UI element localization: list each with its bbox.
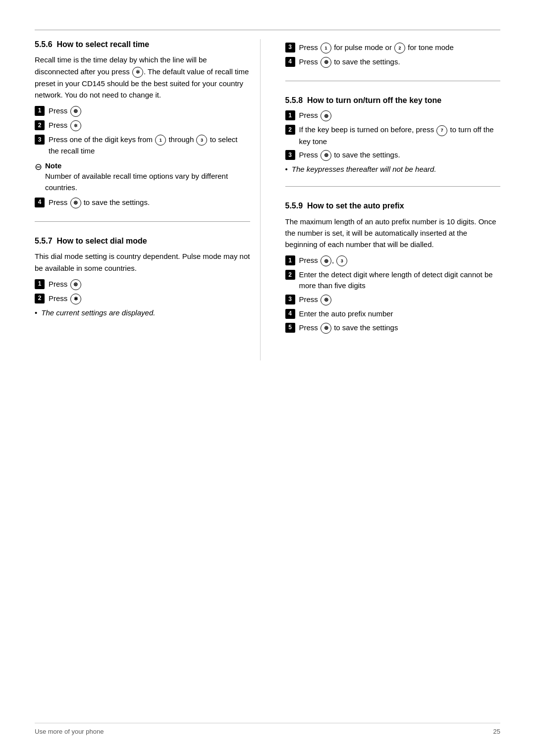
gear-key: ⊛ — [70, 106, 81, 117]
section-559-steps: 1 Press ⊛, 3 2 Enter the detect digit wh… — [285, 255, 501, 333]
gear-key-559-3: ⊛ — [321, 295, 331, 305]
note-label: Note — [45, 161, 61, 170]
step-558-1: 1 Press ⊛ — [285, 110, 501, 121]
section-558pre-steps: 3 Press 1 for pulse mode or 2 for tone m… — [285, 42, 501, 68]
step-text-559-3: Press ⊛ — [299, 294, 501, 305]
star-key-557: ✱ — [70, 294, 81, 304]
step-556-4: 4 Press ⊛ to save the settings. — [35, 197, 250, 208]
step-text-558-2: If the key beep is turned on before, pre… — [299, 124, 501, 147]
key-7-558: 7 — [436, 125, 447, 136]
section-556-step4: 4 Press ⊛ to save the settings. — [35, 197, 250, 208]
footer-left: Use more of your phone — [35, 727, 104, 736]
step-num-559-5: 5 — [285, 323, 295, 333]
step-559-5: 5 Press ⊛ to save the settings — [285, 322, 501, 334]
recall-key: ✲ — [132, 67, 143, 78]
key-3-559: 3 — [336, 255, 347, 266]
step-text-559-1: Press ⊛, 3 — [299, 255, 501, 266]
note-556: ⊖ Note Number of available recall time o… — [35, 160, 250, 193]
step-text-557-2: Press ✱ — [49, 293, 250, 304]
step-text-558pre-3: Press 1 for pulse mode or 2 for tone mod… — [299, 42, 501, 53]
section-557-title: 5.5.7 How to select dial mode — [35, 236, 250, 247]
step-text-557-1: Press ⊛ — [49, 279, 250, 290]
step-text-559-5: Press ⊛ to save the settings — [299, 322, 501, 334]
key-2-tone: 2 — [394, 43, 405, 53]
key-1: 1 — [155, 135, 166, 146]
col-left: 5.5.6 How to select recall time Recall t… — [35, 39, 261, 360]
section-556-heading: How to select recall time — [56, 40, 149, 49]
bullet-557: • The current settings are displayed. — [35, 307, 250, 318]
section-558: 5.5.8 How to turn on/turn off the key to… — [285, 95, 501, 187]
note-content-556: Note Number of available recall time opt… — [45, 160, 250, 193]
step-text-558-3: Press ⊛ to save the settings. — [299, 150, 501, 161]
section-558-number: 5.5.8 — [285, 96, 303, 104]
save-key-556: ⊛ — [70, 198, 81, 208]
step-num-559-4: 4 — [285, 309, 295, 319]
step-text-3: Press one of the digit keys from 1 throu… — [49, 134, 250, 156]
step-num-3: 3 — [35, 135, 45, 145]
section-559-title: 5.5.9 How to set the auto prefix — [285, 201, 501, 211]
section-556-title: 5.5.6 How to select recall time — [35, 39, 250, 50]
step-557-1: 1 Press ⊛ — [35, 279, 250, 290]
gear-key-559-1: ⊛ — [321, 255, 331, 266]
section-559: 5.5.9 How to set the auto prefix The max… — [285, 201, 501, 346]
key-3: 3 — [196, 135, 207, 146]
step-num-558-3: 3 — [285, 150, 295, 160]
step-text-558pre-4: Press ⊛ to save the settings. — [299, 56, 501, 68]
footer: Use more of your phone 25 — [35, 723, 500, 736]
step-558-3: 3 Press ⊛ to save the settings. — [285, 150, 501, 161]
section-557-steps: 1 Press ⊛ 2 Press ✱ — [35, 279, 250, 304]
step-559-1: 1 Press ⊛, 3 — [285, 255, 501, 266]
save-key-559: ⊛ — [321, 323, 331, 334]
step-text-559-4: Enter the auto prefix number — [299, 308, 501, 319]
step-559-2: 2 Enter the detect digit where length of… — [285, 269, 501, 291]
section-559-body: The maximum length of an auto prefix num… — [285, 216, 501, 251]
section-556-number: 5.5.6 — [35, 40, 53, 49]
section-556-body: Recall time is the time delay by which t… — [35, 54, 250, 101]
step-558pre-4: 4 Press ⊛ to save the settings. — [285, 56, 501, 68]
step-text-1: Press ⊛ — [49, 105, 250, 117]
page: 5.5.6 How to select recall time Recall t… — [0, 0, 535, 756]
save-key-558pre: ⊛ — [321, 57, 331, 68]
step-559-3: 3 Press ⊛ — [285, 294, 501, 305]
r-key: ✲ — [70, 120, 81, 131]
section-558-title: 5.5.8 How to turn on/turn off the key to… — [285, 95, 501, 106]
step-text-559-2: Enter the detect digit where length of d… — [299, 269, 501, 291]
key-1-pulse: 1 — [321, 43, 331, 53]
section-557-cont: 3 Press 1 for pulse mode or 2 for tone m… — [285, 42, 501, 81]
section-557-body: This dial mode setting is country depend… — [35, 251, 250, 274]
step-num-559-3: 3 — [285, 295, 295, 304]
section-557: 5.5.7 How to select dial mode This dial … — [35, 236, 250, 330]
gear-key-558-1: ⊛ — [321, 110, 331, 121]
section-556: 5.5.6 How to select recall time Recall t… — [35, 39, 250, 222]
bullet-dot-557: • — [35, 307, 37, 318]
step-num-558pre-3: 3 — [285, 43, 295, 52]
section-559-heading: How to set the auto prefix — [307, 202, 404, 210]
section-559-number: 5.5.9 — [285, 202, 303, 210]
step-556-2: 2 Press ✲ — [35, 120, 250, 131]
step-num-2: 2 — [35, 120, 45, 130]
section-558-steps: 1 Press ⊛ 2 If the key beep is turned on… — [285, 110, 501, 161]
bullet-558: • The keypresses thereafter will not be … — [285, 164, 501, 174]
step-num-557-2: 2 — [35, 294, 45, 303]
step-num-558pre-4: 4 — [285, 57, 295, 67]
step-556-3: 3 Press one of the digit keys from 1 thr… — [35, 134, 250, 156]
step-num-559-2: 2 — [285, 270, 295, 280]
note-text: Number of available recall time options … — [45, 172, 228, 192]
step-557-2: 2 Press ✱ — [35, 293, 250, 304]
note-icon: ⊖ — [35, 161, 42, 173]
col-right: 3 Press 1 for pulse mode or 2 for tone m… — [280, 39, 501, 360]
bullet-dot-558: • — [285, 164, 288, 174]
bullet-text-558: The keypresses thereafter will not be he… — [292, 164, 436, 174]
step-text-558-1: Press ⊛ — [299, 110, 501, 121]
bullet-text-557: The current settings are displayed. — [41, 307, 155, 318]
section-557-heading: How to select dial mode — [56, 237, 147, 245]
footer-right: 25 — [493, 727, 500, 736]
save-key-558: ⊛ — [321, 150, 331, 161]
step-num-559-1: 1 — [285, 255, 295, 265]
step-num-558-2: 2 — [285, 125, 295, 135]
step-num-4: 4 — [35, 198, 45, 207]
section-556-steps: 1 Press ⊛ 2 Press ✲ 3 Press one of the d… — [35, 105, 250, 156]
step-num-1: 1 — [35, 106, 45, 116]
step-num-558-1: 1 — [285, 110, 295, 120]
step-559-4: 4 Enter the auto prefix number — [285, 308, 501, 319]
